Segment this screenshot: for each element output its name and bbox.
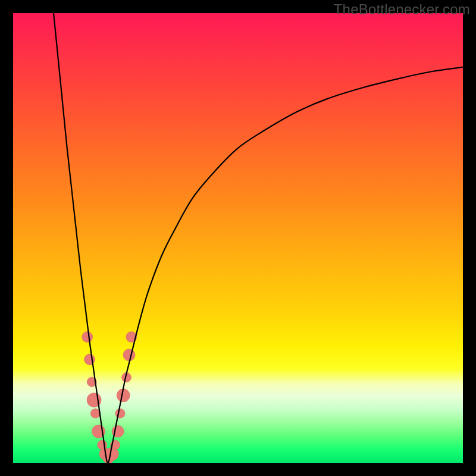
scatter-dots — [82, 331, 137, 463]
sample-dot — [115, 409, 125, 418]
watermark-text: TheBottlenecker.com — [334, 1, 470, 18]
sample-dot — [84, 354, 95, 365]
sample-dot — [123, 349, 135, 361]
bottleneck-curve — [54, 13, 463, 463]
plot-area — [13, 13, 463, 463]
sample-dot — [82, 331, 93, 342]
chart-frame: TheBottlenecker.com — [0, 0, 476, 476]
curve-layer — [13, 13, 463, 463]
